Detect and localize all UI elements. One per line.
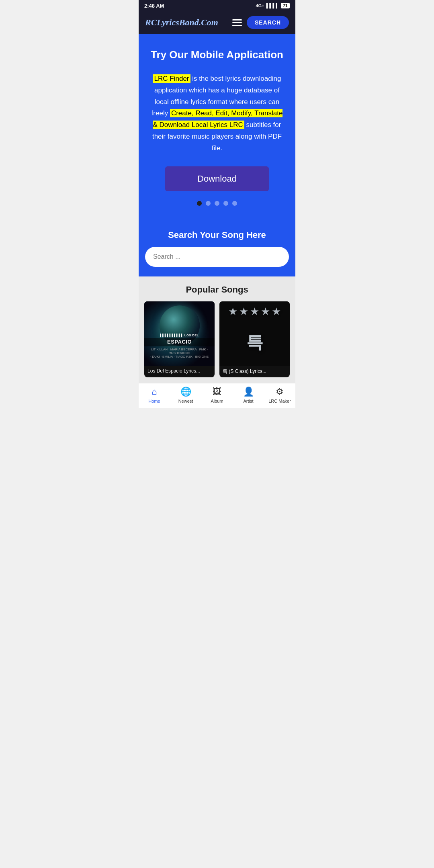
song-card-los-del-espacio[interactable]: ▌▌▌▌▌▌▌▌▌▌ LOS DEL ESPACIO LIT KILLAH · … — [144, 301, 215, 377]
nav-item-lrc-maker[interactable]: ⚙ LRC Maker — [264, 387, 295, 403]
carousel-dot-5[interactable] — [232, 201, 237, 206]
artist-icon: 👤 — [243, 387, 254, 397]
popular-section: Popular Songs ▌▌▌▌▌▌▌▌▌▌ LOS DEL ESPACIO… — [139, 276, 295, 383]
song-card-s-class[interactable]: ★ ★ ★ ★ ★ 특 특 (S Class) Lyrics... — [219, 301, 290, 377]
song-label-los-del-espacio: Los Del Espacio Lyrics... — [144, 366, 215, 376]
header: RCLyricsBand.Com SEARCH — [139, 11, 295, 34]
status-right: 4G+ ▌▌▌▌ 71 — [256, 3, 290, 8]
download-button[interactable]: Download — [165, 166, 269, 191]
hero-description: LRC Finder is the best lyrics downloadin… — [148, 73, 286, 154]
highlight-lrc-finder: LRC Finder — [153, 74, 190, 83]
bottom-navigation: ⌂ Home 🌐 Newest 🖼 Album 👤 Artist ⚙ LRC M… — [139, 383, 295, 408]
carousel-dot-3[interactable] — [215, 201, 219, 206]
carousel-dot-4[interactable] — [223, 201, 228, 206]
nav-item-album[interactable]: 🖼 Album — [201, 387, 233, 403]
header-controls: SEARCH — [232, 16, 289, 29]
status-time: 2:48 AM — [144, 3, 164, 9]
nav-item-home[interactable]: ⌂ Home — [139, 387, 170, 403]
nav-item-artist[interactable]: 👤 Artist — [233, 387, 264, 403]
nav-item-newest[interactable]: 🌐 Newest — [170, 387, 201, 403]
signal-icon: ▌▌▌▌ — [266, 3, 279, 8]
home-icon: ⌂ — [151, 387, 157, 397]
search-input[interactable] — [145, 247, 289, 267]
newest-icon: 🌐 — [180, 387, 191, 397]
song-thumbnail-los-del-espacio: ▌▌▌▌▌▌▌▌▌▌ LOS DEL ESPACIO LIT KILLAH · … — [144, 301, 215, 366]
search-section: Search Your Song Here — [139, 230, 295, 276]
carousel-dots — [148, 201, 286, 206]
nav-label-album: Album — [211, 399, 223, 403]
network-indicator: 4G+ — [256, 3, 264, 8]
status-bar: 2:48 AM 4G+ ▌▌▌▌ 71 — [139, 0, 295, 11]
lrc-maker-icon: ⚙ — [276, 387, 284, 397]
hero-section: Try Our Mobile Application LRC Finder is… — [139, 34, 295, 230]
nav-label-lrc-maker: LRC Maker — [268, 399, 291, 403]
star-3: ★ — [250, 305, 259, 318]
songs-grid: ▌▌▌▌▌▌▌▌▌▌ LOS DEL ESPACIO LIT KILLAH · … — [144, 301, 290, 377]
song-thumbnail-s-class: ★ ★ ★ ★ ★ 특 — [219, 301, 290, 366]
star-2: ★ — [239, 305, 248, 318]
star-5: ★ — [272, 305, 281, 318]
hero-title: Try Our Mobile Application — [148, 48, 286, 62]
star-4: ★ — [261, 305, 270, 318]
battery-indicator: 71 — [281, 3, 290, 8]
nav-label-newest: Newest — [178, 399, 193, 403]
album-icon: 🖼 — [213, 387, 221, 397]
popular-songs-title: Popular Songs — [144, 285, 290, 295]
espacio-label: ▌▌▌▌▌▌▌▌▌▌ LOS DEL ESPACIO LIT KILLAH · … — [144, 333, 215, 358]
site-logo[interactable]: RCLyricsBand.Com — [145, 17, 218, 28]
carousel-dot-1[interactable] — [197, 201, 202, 206]
star-1: ★ — [228, 305, 237, 318]
song-label-s-class: 특 (S Class) Lyrics... — [219, 366, 290, 377]
nav-label-home: Home — [148, 399, 160, 403]
search-section-title: Search Your Song Here — [145, 230, 289, 240]
carousel-dot-2[interactable] — [206, 201, 211, 206]
stars-visual: ★ ★ ★ ★ ★ — [219, 305, 290, 318]
hamburger-menu-button[interactable] — [232, 19, 242, 26]
chinese-character: 특 — [246, 331, 263, 354]
nav-label-artist: Artist — [243, 399, 253, 403]
search-button[interactable]: SEARCH — [247, 16, 289, 29]
